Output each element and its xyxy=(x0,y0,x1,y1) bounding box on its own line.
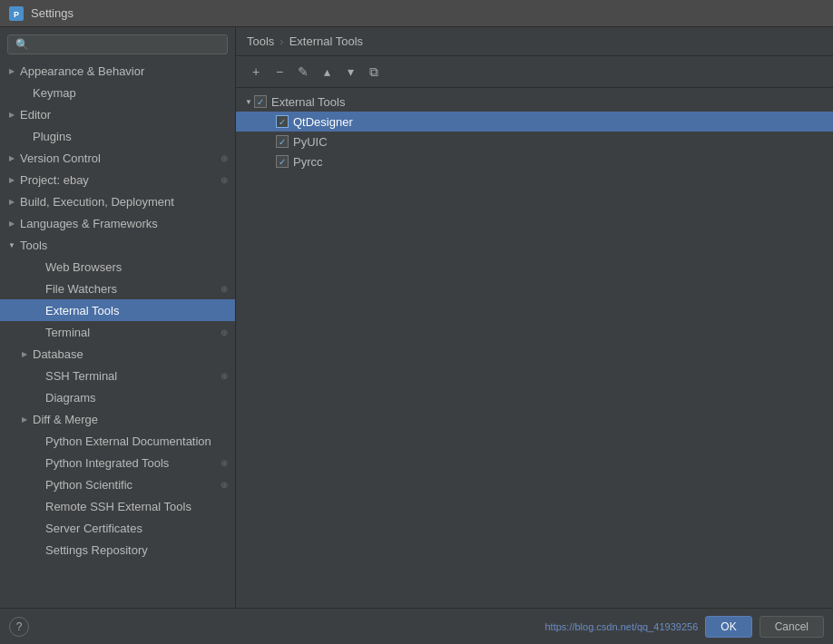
copy-icon: ⊕ xyxy=(220,480,228,490)
sidebar-item-editor[interactable]: ▶Editor xyxy=(0,103,235,125)
sidebar-item-version-control[interactable]: ▶Version Control⊕ xyxy=(0,147,235,169)
content-tree: ▼ ✓ External Tools ✓ QtDesigner ✓ PyUIC … xyxy=(236,88,833,608)
sidebar-label: Plugins xyxy=(33,130,228,143)
tree-check-group[interactable]: ✓ xyxy=(254,95,267,108)
sidebar-items-container: ▶Appearance & BehaviorKeymap▶EditorPlugi… xyxy=(0,60,235,561)
copy-button[interactable]: ⧉ xyxy=(363,62,385,82)
sidebar-label: Project: ebay xyxy=(20,173,217,187)
sidebar-label: Settings Repository xyxy=(45,543,228,557)
sidebar-label: File Watchers xyxy=(45,282,217,296)
sidebar-item-web-browsers[interactable]: Web Browsers xyxy=(0,256,235,278)
arrow-icon: ▶ xyxy=(20,350,29,358)
sidebar-label: Editor xyxy=(20,108,228,122)
tree-check-item[interactable]: ✓ xyxy=(276,115,289,128)
sidebar-label: Remote SSH External Tools xyxy=(45,500,228,513)
move-down-button[interactable]: ▾ xyxy=(339,62,361,82)
sidebar-label: Build, Execution, Deployment xyxy=(20,195,228,209)
sidebar-item-remote-ssh[interactable]: Remote SSH External Tools xyxy=(0,495,235,517)
sidebar-label: Keymap xyxy=(33,86,228,100)
sidebar-item-appearance-behavior[interactable]: ▶Appearance & Behavior xyxy=(0,60,235,82)
sidebar-item-languages[interactable]: ▶Languages & Frameworks xyxy=(0,212,235,234)
bottom-link[interactable]: https://blog.csdn.net/qq_41939256 xyxy=(544,621,698,632)
tree-item-pyrcc[interactable]: ✓ Pyrcc xyxy=(236,151,833,171)
sidebar: ▶Appearance & BehaviorKeymap▶EditorPlugi… xyxy=(0,27,236,608)
bottom-right: https://blog.csdn.net/qq_41939256 OK Can… xyxy=(544,616,824,638)
sidebar-label: Database xyxy=(33,347,228,361)
copy-icon: ⊕ xyxy=(220,153,228,163)
breadcrumb-separator: › xyxy=(279,34,283,48)
sidebar-label: Web Browsers xyxy=(45,260,228,274)
copy-icon: ⊕ xyxy=(220,175,228,185)
tree-arrow-icon: ▼ xyxy=(243,98,254,106)
sidebar-label: Tools xyxy=(20,239,228,252)
remove-button[interactable]: − xyxy=(269,62,290,82)
sidebar-item-keymap[interactable]: Keymap xyxy=(0,82,235,103)
tree-group-label: External Tools xyxy=(271,95,826,109)
arrow-icon: ▶ xyxy=(7,67,16,75)
sidebar-item-plugins[interactable]: Plugins xyxy=(0,125,235,147)
sidebar-item-project-ebay[interactable]: ▶Project: ebay⊕ xyxy=(0,169,235,190)
tree-item-label: PyUIC xyxy=(293,135,826,149)
bottom-bar: ? https://blog.csdn.net/qq_41939256 OK C… xyxy=(0,608,833,644)
sidebar-label: Python Scientific xyxy=(45,478,217,492)
search-wrapper xyxy=(0,27,235,60)
sidebar-item-python-scientific[interactable]: Python Scientific⊕ xyxy=(0,473,235,495)
sidebar-item-database[interactable]: ▶Database xyxy=(0,343,235,365)
sidebar-label: SSH Terminal xyxy=(45,369,217,383)
title-bar: P Settings xyxy=(0,0,833,27)
tree-item-label: Pyrcc xyxy=(293,155,826,169)
sidebar-label: Version Control xyxy=(20,151,217,165)
arrow-icon: ▶ xyxy=(7,198,16,206)
sidebar-label: Server Certificates xyxy=(45,522,228,535)
copy-icon: ⊕ xyxy=(220,458,228,468)
sidebar-label: Appearance & Behavior xyxy=(20,64,228,78)
add-button[interactable]: + xyxy=(245,62,267,82)
sidebar-label: Python External Documentation xyxy=(45,434,228,448)
sidebar-label: Languages & Frameworks xyxy=(20,217,228,230)
sidebar-label: Terminal xyxy=(45,326,217,339)
sidebar-item-external-tools[interactable]: External Tools xyxy=(0,299,235,321)
arrow-icon: ▶ xyxy=(7,176,16,184)
sidebar-item-tools[interactable]: ▼Tools xyxy=(0,234,235,256)
app-icon: P xyxy=(9,6,24,21)
help-button[interactable]: ? xyxy=(9,617,29,637)
tree-check-item[interactable]: ✓ xyxy=(276,155,289,168)
tree-item-label: QtDesigner xyxy=(293,115,826,129)
sidebar-label: Diagrams xyxy=(45,391,228,405)
edit-button[interactable]: ✎ xyxy=(292,62,314,82)
copy-icon: ⊕ xyxy=(220,284,228,294)
tree-item-pyuic[interactable]: ✓ PyUIC xyxy=(236,132,833,151)
breadcrumb-part-1: Tools xyxy=(247,34,274,48)
main-container: ▶Appearance & BehaviorKeymap▶EditorPlugi… xyxy=(0,27,833,608)
content-area: Tools › External Tools +−✎▴▾⧉ ▼ ✓ Extern… xyxy=(236,27,833,608)
toolbar: +−✎▴▾⧉ xyxy=(236,56,833,88)
copy-icon: ⊕ xyxy=(220,371,228,381)
tree-group-external-tools-group[interactable]: ▼ ✓ External Tools xyxy=(236,92,833,112)
tree-item-qtdesigner[interactable]: ✓ QtDesigner xyxy=(236,112,833,132)
tree-check-item[interactable]: ✓ xyxy=(276,135,289,148)
copy-icon: ⊕ xyxy=(220,327,228,337)
sidebar-item-diff-merge[interactable]: ▶Diff & Merge xyxy=(0,408,235,430)
sidebar-item-file-watchers[interactable]: File Watchers⊕ xyxy=(0,278,235,299)
search-input[interactable] xyxy=(7,34,228,54)
sidebar-item-server-certs[interactable]: Server Certificates xyxy=(0,517,235,539)
move-up-button[interactable]: ▴ xyxy=(316,62,338,82)
sidebar-item-ssh-terminal[interactable]: SSH Terminal⊕ xyxy=(0,365,235,386)
sidebar-label: Diff & Merge xyxy=(33,413,228,426)
sidebar-item-terminal[interactable]: Terminal⊕ xyxy=(0,321,235,343)
arrow-icon: ▶ xyxy=(20,415,29,424)
sidebar-item-python-integrated[interactable]: Python Integrated Tools⊕ xyxy=(0,452,235,473)
sidebar-item-python-ext-doc[interactable]: Python External Documentation xyxy=(0,430,235,452)
ok-button[interactable]: OK xyxy=(705,616,751,638)
sidebar-item-diagrams[interactable]: Diagrams xyxy=(0,386,235,408)
arrow-icon: ▶ xyxy=(7,220,16,228)
breadcrumb: Tools › External Tools xyxy=(236,27,833,56)
svg-text:P: P xyxy=(14,10,19,19)
cancel-button[interactable]: Cancel xyxy=(760,616,824,638)
arrow-icon: ▶ xyxy=(7,154,16,162)
sidebar-item-build-execution[interactable]: ▶Build, Execution, Deployment xyxy=(0,190,235,212)
sidebar-item-settings-repo[interactable]: Settings Repository xyxy=(0,539,235,561)
sidebar-label: Python Integrated Tools xyxy=(45,456,217,470)
arrow-icon: ▶ xyxy=(7,111,16,119)
arrow-icon: ▼ xyxy=(7,241,16,249)
